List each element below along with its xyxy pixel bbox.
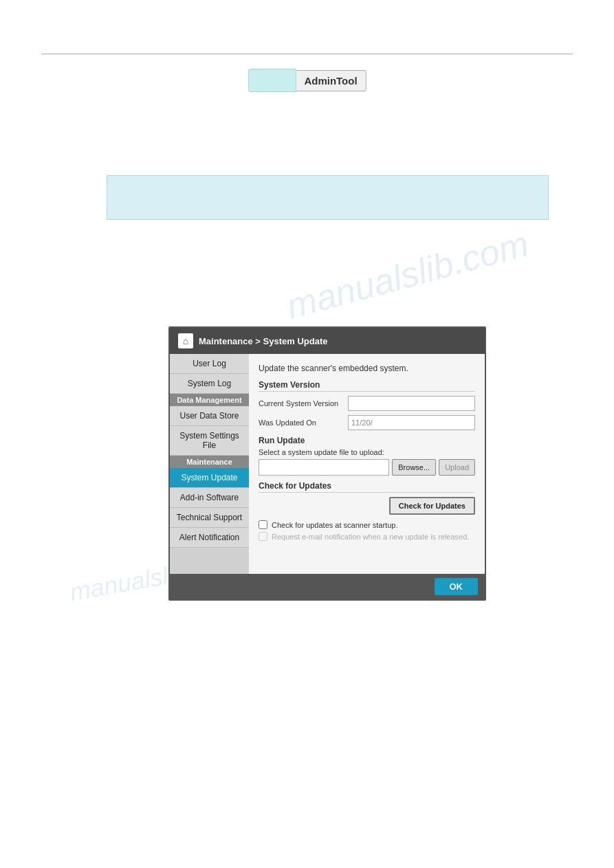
dialog-breadcrumb: Maintenance > System Update [199,336,327,346]
sidebar-item-user-data-store[interactable]: User Data Store [170,406,249,426]
watermark-1: manualslib.com [282,223,532,326]
header-area: AdminTool [248,69,366,92]
sidebar-item-technical-support[interactable]: Technical Support [170,508,249,528]
dialog-footer: OK [170,574,485,599]
check-for-updates-button[interactable]: Check for Updates [389,497,475,515]
current-version-label: Current System Version [259,399,348,408]
sidebar-section-data-management: Data Management [170,394,249,406]
sidebar-item-system-settings-file[interactable]: System Settings File [170,426,249,456]
info-banner [107,175,549,220]
content-description: Update the scanner's embedded system. [259,364,475,373]
check-updates-section-title: Check for Updates [259,481,475,493]
header-title: AdminTool [296,70,366,91]
checkbox-email[interactable] [259,532,267,541]
select-file-label: Select a system update file to upload: [259,448,475,456]
sidebar-section-maintenance: Maintenance [170,456,249,468]
home-icon[interactable]: ⌂ [178,333,193,348]
run-update-section-title: Run Update [259,436,475,445]
file-path-input[interactable] [259,459,389,476]
top-divider [41,54,573,54]
current-version-input[interactable] [348,396,475,411]
updated-on-row: Was Updated On [259,415,475,430]
dialog-window: ⌂ Maintenance > System Update User Log S… [168,326,486,601]
ok-button[interactable]: OK [435,578,479,595]
checkbox-startup[interactable] [259,520,267,529]
checkbox-email-label: Request e-mail notification when a new u… [272,533,469,541]
content-area: Update the scanner's embedded system. Sy… [249,354,485,574]
upload-row: Browse... Upload [259,459,475,476]
sidebar-item-system-update[interactable]: System Update [170,468,249,488]
updated-on-label: Was Updated On [259,419,348,427]
dialog-body: User Log System Log Data Management User… [170,354,485,574]
sidebar-item-user-log[interactable]: User Log [170,354,249,374]
checkbox-email-row: Request e-mail notification when a new u… [259,532,475,541]
sidebar-item-alert-notification[interactable]: Alert Notification [170,528,249,548]
sidebar: User Log System Log Data Management User… [170,354,249,574]
checkbox-startup-row: Check for updates at scanner startup. [259,520,475,529]
dialog-titlebar: ⌂ Maintenance > System Update [170,328,485,354]
header-logo [248,69,296,92]
check-updates-row: Check for Updates [259,497,475,515]
browse-button[interactable]: Browse... [392,459,436,476]
sidebar-item-add-in-software[interactable]: Add-in Software [170,488,249,508]
upload-button[interactable]: Upload [439,459,475,476]
updated-on-input[interactable] [348,415,475,430]
current-version-row: Current System Version [259,396,475,411]
system-version-section-title: System Version [259,380,475,392]
checkbox-startup-label: Check for updates at scanner startup. [272,521,397,529]
sidebar-item-system-log[interactable]: System Log [170,374,249,394]
